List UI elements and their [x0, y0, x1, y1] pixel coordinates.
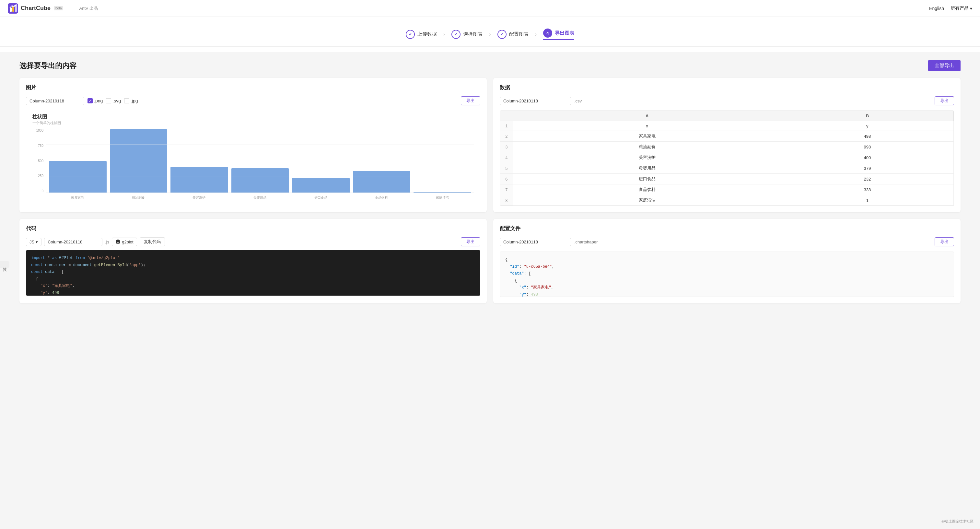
cell-a: 粮油副食 [513, 142, 781, 152]
header: ChartCube beta AntV 出品 English 所有产品 ▾ [0, 0, 980, 17]
grid-line-750 [46, 145, 474, 145]
config-ext-label: .chartshaper [574, 239, 598, 244]
th-b: B [781, 111, 953, 121]
step-2-circle: ✓ [452, 30, 460, 39]
x-axis: 家具家电 粮油副食 美容洗护 母婴用品 进口食品 食品饮料 家庭清洁 [46, 196, 474, 200]
step-4-circle: 4 [543, 29, 552, 38]
cell-a: 食品饮料 [513, 185, 781, 195]
cell-b: 232 [781, 174, 953, 185]
bar-6 [353, 171, 410, 193]
cell-b: 379 [781, 163, 953, 174]
step-1-circle: ✓ [406, 30, 415, 39]
config-export-button[interactable]: 导出 [935, 237, 954, 246]
png-checkbox-box: ✓ [88, 98, 93, 104]
chart-body [46, 129, 474, 193]
image-card-title: 图片 [26, 84, 480, 91]
chevron-down-icon: ▾ [970, 6, 972, 11]
th-a: A [513, 111, 781, 121]
step-4-label: 导出图表 [555, 30, 574, 36]
grid-line-500 [46, 161, 474, 161]
jpg-checkbox-box [124, 98, 129, 104]
step-3[interactable]: ✓ 配置图表 [498, 30, 528, 39]
github-icon: g [115, 239, 121, 244]
jpg-checkbox[interactable]: .jpg [124, 98, 138, 104]
code-file-row: JS ▾ .js g g2plot 复制代码 导出 [26, 237, 480, 246]
checkmark-icon-3: ✓ [500, 32, 504, 37]
export-all-button[interactable]: 全部导出 [928, 60, 961, 71]
config-card-title: 配置文件 [500, 225, 954, 232]
lang-select[interactable]: JS ▾ [26, 238, 41, 246]
grid-line-1000 [46, 129, 474, 129]
copy-code-button[interactable]: 复制代码 [140, 237, 165, 246]
svg-rect-1 [10, 8, 12, 12]
step-2-label: 选择图表 [463, 31, 482, 37]
cards-grid: 图片 ✓ .png .svg .jp [19, 78, 961, 303]
y-label-500: 500 [38, 159, 43, 163]
code-card-title: 代码 [26, 225, 480, 232]
svg-label: .svg [113, 98, 121, 104]
data-file-row: .csv 导出 [500, 96, 954, 105]
data-table: A B 1xy 2家具家电498 3粮油副食998 4美容洗护400 5母婴用品… [500, 111, 954, 206]
cell-a: x [513, 121, 781, 131]
x-label-2: 粮油副食 [110, 196, 167, 200]
lang-button[interactable]: English [929, 6, 944, 11]
step-2[interactable]: ✓ 选择图表 [452, 30, 482, 39]
svg-rect-2 [12, 6, 14, 12]
logo: ChartCube beta [8, 3, 63, 14]
cell-a: 美容洗护 [513, 152, 781, 163]
code-card: 代码 JS ▾ .js g g2plot 复制代码 导出 [19, 219, 487, 303]
code-export-button[interactable]: 导出 [461, 237, 480, 246]
checkmark-icon-2: ✓ [454, 32, 458, 37]
format-options: ✓ .png .svg .jpg [88, 98, 458, 104]
data-filename-input[interactable] [500, 97, 571, 105]
table-row: 3粮油副食998 [500, 142, 954, 152]
y-axis: 1000 750 500 250 0 [32, 129, 45, 193]
image-filename-input[interactable] [26, 97, 84, 105]
header-right: English 所有产品 ▾ [929, 5, 972, 11]
table-row: 6进口食品232 [500, 174, 954, 185]
step-4[interactable]: 4 导出图表 [543, 29, 574, 40]
chevron-down-icon: ▾ [36, 239, 38, 244]
page-title: 选择要导出的内容 [19, 61, 76, 71]
row-index: 8 [500, 195, 513, 206]
data-card-title: 数据 [500, 84, 954, 91]
beta-badge: beta [54, 6, 63, 10]
code-filename-input[interactable] [44, 238, 102, 246]
products-button[interactable]: 所有产品 ▾ [950, 5, 972, 11]
bar-3 [170, 167, 228, 193]
row-index: 7 [500, 185, 513, 195]
cell-b: 338 [781, 185, 953, 195]
step-1[interactable]: ✓ 上传数据 [406, 30, 437, 39]
data-ext-label: .csv [574, 99, 582, 104]
x-label-5: 进口食品 [292, 196, 350, 200]
step-arrow-1: › [443, 32, 445, 37]
cell-b: 1 [781, 195, 953, 206]
cell-a: 进口食品 [513, 174, 781, 185]
row-index: 6 [500, 174, 513, 185]
image-card: 图片 ✓ .png .svg .jp [19, 78, 487, 212]
header-left: ChartCube beta AntV 出品 [8, 3, 98, 14]
row-index: 1 [500, 121, 513, 131]
config-filename-input[interactable] [500, 238, 571, 246]
lang-value: JS [30, 239, 34, 244]
table-row: 7食品饮料338 [500, 185, 954, 195]
grid-line-250 [46, 177, 474, 177]
bar-7 [414, 192, 471, 193]
row-index: 5 [500, 163, 513, 174]
data-export-button[interactable]: 导出 [935, 96, 954, 105]
row-index: 3 [500, 142, 513, 152]
bar-4 [231, 168, 289, 193]
cell-b: 400 [781, 152, 953, 163]
stepper: ✓ 上传数据 › ✓ 选择图表 › ✓ 配置图表 › 4 导出图表 [0, 17, 980, 52]
image-export-button[interactable]: 导出 [461, 96, 480, 105]
svg-checkbox[interactable]: .svg [106, 98, 121, 104]
data-card: 数据 .csv 导出 A B 1xy [493, 78, 961, 212]
g2plot-button[interactable]: g g2plot [112, 237, 137, 246]
data-table-wrapper: A B 1xy 2家具家电498 3粮油副食998 4美容洗护400 5母婴用品… [500, 110, 954, 206]
feedback-tab[interactable]: 反馈 [0, 261, 10, 268]
y-label-750: 750 [38, 144, 43, 148]
table-row: 8家庭清洁1 [500, 195, 954, 206]
cell-b: 498 [781, 131, 953, 142]
png-checkbox[interactable]: ✓ .png [88, 98, 103, 104]
cell-b: y [781, 121, 953, 131]
